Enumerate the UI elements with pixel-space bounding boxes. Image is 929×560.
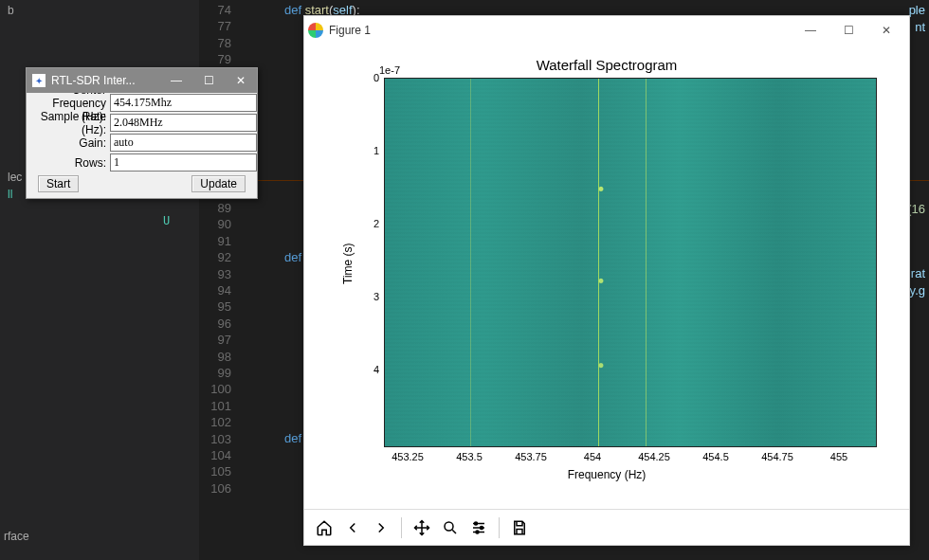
x-axis-label: Frequency (Hz): [303, 468, 910, 481]
back-icon[interactable]: [340, 515, 365, 540]
xtick: 453.5: [446, 451, 493, 462]
save-icon[interactable]: [507, 515, 532, 540]
rtl-sdr-dialog: ✦ RTL-SDR Inter... — ☐ ✕ Center Frequenc…: [26, 67, 258, 199]
gain-label: Gain:: [27, 136, 110, 150]
matplotlib-toolbar: [304, 509, 909, 545]
update-button[interactable]: Update: [191, 175, 246, 192]
spectrogram-heatmap[interactable]: [384, 78, 877, 447]
zoom-icon[interactable]: [438, 515, 463, 540]
forward-icon[interactable]: [369, 515, 393, 540]
y-axis-label: Time (s): [341, 243, 355, 284]
svg-point-2: [481, 526, 483, 529]
ytick: 4: [351, 364, 379, 375]
toolbar-separator: [401, 517, 402, 538]
home-icon[interactable]: [312, 515, 337, 540]
sample-rate-input[interactable]: [110, 114, 257, 132]
window-close-button[interactable]: ✕: [225, 68, 257, 93]
tree-item[interactable]: b: [0, 2, 199, 19]
ytick: 1: [351, 145, 379, 156]
ytick: 0: [351, 72, 379, 83]
git-status-badge: U: [163, 214, 170, 227]
xtick: 454: [569, 451, 616, 462]
window-maximize-button[interactable]: ☐: [829, 17, 867, 44]
figure-titlebar[interactable]: Figure 1 — ☐ ✕: [304, 16, 909, 45]
xtick: 454.5: [692, 451, 739, 462]
ytick: 3: [351, 291, 379, 302]
window-minimize-button[interactable]: —: [792, 17, 829, 44]
svg-point-3: [476, 531, 479, 533]
rows-input[interactable]: [110, 154, 257, 172]
matplotlib-icon: [308, 23, 323, 38]
figure-title: Figure 1: [329, 24, 792, 37]
svg-point-0: [445, 522, 453, 531]
xtick: 454.75: [754, 451, 801, 462]
xtick: 454.25: [630, 451, 678, 462]
xtick: 453.25: [384, 451, 431, 462]
rows-label: Rows:: [27, 156, 110, 170]
xtick: 455: [815, 451, 863, 462]
pan-icon[interactable]: [410, 515, 434, 540]
dialog-title: RTL-SDR Inter...: [51, 74, 160, 87]
sample-rate-label: Sample Rate (Hz):: [27, 110, 110, 136]
configure-icon[interactable]: [466, 515, 491, 540]
svg-point-1: [475, 522, 478, 525]
window-maximize-button[interactable]: ☐: [192, 68, 225, 93]
gain-input[interactable]: [110, 134, 257, 152]
window-close-button[interactable]: ✕: [867, 17, 905, 44]
feather-icon: ✦: [32, 74, 46, 87]
center-frequency-input[interactable]: [110, 94, 257, 112]
ytick: 2: [351, 218, 379, 229]
tree-item[interactable]: rface: [4, 530, 29, 543]
window-minimize-button[interactable]: —: [160, 68, 192, 93]
y-exponent-label: 1e-7: [379, 64, 400, 76]
xtick: 453.75: [507, 451, 555, 462]
dialog-titlebar[interactable]: ✦ RTL-SDR Inter... — ☐ ✕: [27, 68, 257, 93]
toolbar-separator: [499, 517, 500, 538]
start-button[interactable]: Start: [38, 175, 79, 192]
